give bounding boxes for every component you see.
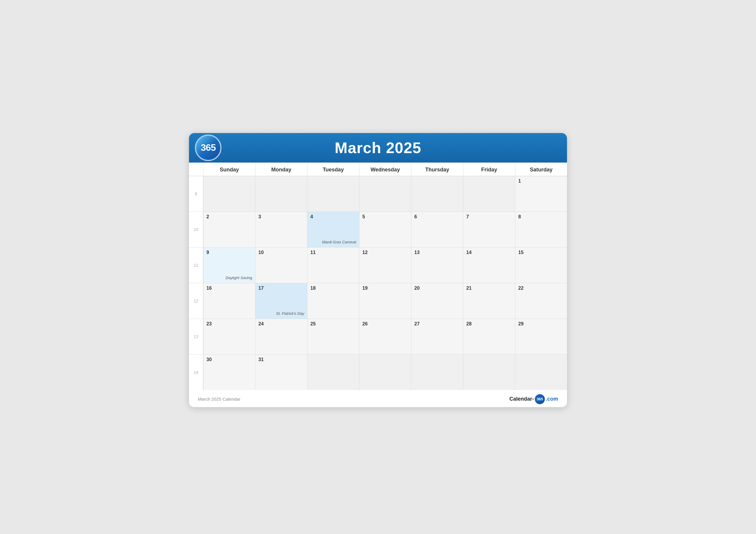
cal-cell-w1-d2[interactable]: 4Mardi Gras Carnival [307,212,359,247]
calendar-row-2: 119Daylight Saving101112131415 [189,247,567,283]
event-label-w2-d0: Daylight Saving [226,276,252,280]
date-num-w2-d6: 15 [518,250,564,255]
day-header-saturday: Saturday [515,163,567,176]
cal-cell-w4-d2[interactable]: 25 [307,319,359,354]
cal-cell-w1-d1[interactable]: 3 [255,212,307,247]
cal-cell-w3-d4[interactable]: 20 [411,283,463,318]
cal-cell-w4-d5[interactable]: 28 [463,319,515,354]
date-num-w1-d2: 4 [310,214,356,219]
calendar-title: March 2025 [201,139,555,157]
day-header-thursday: Thursday [411,163,463,176]
days-header: Sunday Monday Tuesday Wednesday Thursday… [189,163,567,176]
cal-cell-w4-d3[interactable]: 26 [359,319,411,354]
cal-cell-w2-d1[interactable]: 10 [255,247,307,283]
date-num-w4-d3: 26 [362,321,408,327]
cal-cell-w1-d4[interactable]: 6 [411,212,463,247]
calendar-row-0: 91 [189,176,567,212]
week-num-header-spacer [189,163,203,176]
calendar-row-4: 1323242526272829 [189,319,567,355]
cal-cell-w4-d4[interactable]: 27 [411,319,463,354]
logo-circle: 365 [195,135,222,161]
cal-cell-w2-d3[interactable]: 12 [359,247,411,283]
date-num-w5-d1: 31 [258,357,304,362]
cal-cell-w2-d5[interactable]: 14 [463,247,515,283]
cal-cell-w0-d2 [307,176,359,212]
cal-cell-w3-d6[interactable]: 22 [515,283,567,318]
cal-cell-w1-d5[interactable]: 7 [463,212,515,247]
cal-cell-w1-d6[interactable]: 8 [515,212,567,247]
date-num-w4-d2: 25 [310,321,356,327]
cal-cell-w5-d2 [307,355,359,390]
date-num-w1-d4: 6 [414,214,460,219]
cal-cell-w5-d0[interactable]: 30 [203,355,255,390]
date-num-w5-d0: 30 [206,357,252,362]
week-num-5: 14 [189,355,203,390]
date-num-w4-d1: 24 [258,321,304,327]
cal-cell-w3-d3[interactable]: 19 [359,283,411,318]
calendar-header: 365 March 2025 [189,133,567,163]
cal-cell-w5-d4 [411,355,463,390]
date-num-w0-d6: 1 [518,178,564,184]
event-label-w3-d1: St. Patrick's Day [276,311,304,316]
cal-cell-w5-d6 [515,355,567,390]
date-num-w2-d3: 12 [362,250,408,255]
cal-cell-w0-d1 [255,176,307,212]
cal-cell-w0-d3 [359,176,411,212]
day-header-sunday: Sunday [203,163,255,176]
footer-brand-prefix: Calendar- [509,396,534,402]
cal-cell-w2-d4[interactable]: 13 [411,247,463,283]
calendar-row-1: 10234Mardi Gras Carnival5678 [189,212,567,247]
cal-cell-w1-d0[interactable]: 2 [203,212,255,247]
date-num-w3-d0: 16 [206,286,252,291]
date-num-w3-d4: 20 [414,286,460,291]
date-num-w4-d5: 28 [466,321,512,327]
footer-logo-text: 365 [537,397,543,401]
cal-cell-w0-d6[interactable]: 1 [515,176,567,212]
date-num-w3-d3: 19 [362,286,408,291]
week-num-0: 9 [189,176,203,212]
cal-cell-w3-d5[interactable]: 21 [463,283,515,318]
cal-cell-w1-d3[interactable]: 5 [359,212,411,247]
date-num-w2-d4: 13 [414,250,460,255]
date-num-w2-d5: 14 [466,250,512,255]
calendar-body: 9110234Mardi Gras Carnival5678119Dayligh… [189,176,567,390]
day-header-tuesday: Tuesday [307,163,359,176]
footer-brand: Calendar- 365 .com [509,394,558,404]
cal-cell-w4-d0[interactable]: 23 [203,319,255,354]
calendar-row-5: 143031 [189,355,567,390]
date-num-w1-d3: 5 [362,214,408,219]
date-num-w1-d6: 8 [518,214,564,219]
cal-cell-w3-d2[interactable]: 18 [307,283,359,318]
week-num-1: 10 [189,212,203,247]
date-num-w4-d6: 29 [518,321,564,327]
date-num-w3-d5: 21 [466,286,512,291]
week-num-3: 12 [189,283,203,318]
cal-cell-w0-d0 [203,176,255,212]
calendar-row-3: 121617St. Patrick's Day1819202122 [189,283,567,319]
day-header-monday: Monday [255,163,307,176]
cal-cell-w0-d4 [411,176,463,212]
footer-brand-suffix: .com [546,396,558,402]
date-num-w3-d1: 17 [258,286,304,291]
date-num-w2-d1: 10 [258,250,304,255]
cal-cell-w0-d5 [463,176,515,212]
date-num-w3-d2: 18 [310,286,356,291]
cal-cell-w2-d6[interactable]: 15 [515,247,567,283]
cal-cell-w4-d1[interactable]: 24 [255,319,307,354]
day-header-wednesday: Wednesday [359,163,411,176]
footer-logo-circle: 365 [535,394,545,404]
date-num-w1-d1: 3 [258,214,304,219]
date-num-w4-d4: 27 [414,321,460,327]
date-num-w4-d0: 23 [206,321,252,327]
week-num-2: 11 [189,247,203,283]
cal-cell-w5-d5 [463,355,515,390]
event-label-w1-d2: Mardi Gras Carnival [322,240,356,244]
day-header-friday: Friday [463,163,515,176]
date-num-w3-d6: 22 [518,286,564,291]
cal-cell-w2-d0[interactable]: 9Daylight Saving [203,247,255,283]
cal-cell-w5-d1[interactable]: 31 [255,355,307,390]
cal-cell-w3-d1[interactable]: 17St. Patrick's Day [255,283,307,318]
cal-cell-w3-d0[interactable]: 16 [203,283,255,318]
cal-cell-w4-d6[interactable]: 29 [515,319,567,354]
cal-cell-w2-d2[interactable]: 11 [307,247,359,283]
